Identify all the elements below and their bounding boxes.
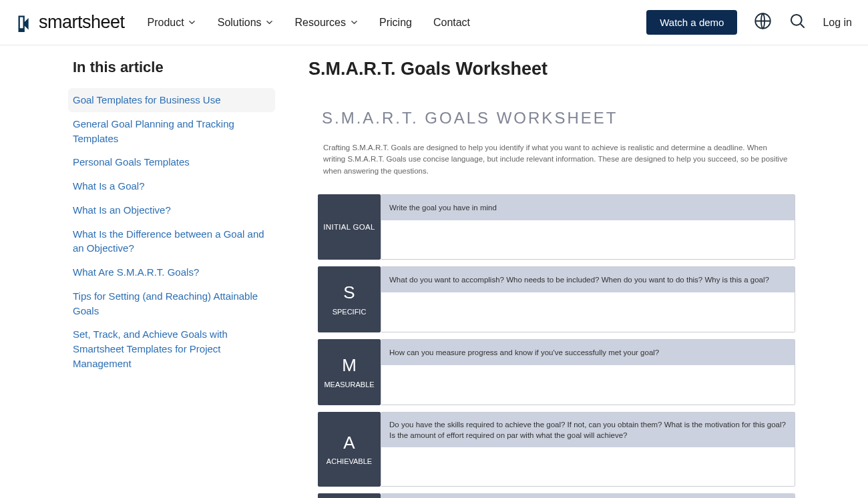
site-header: smartsheet Product Solutions Resources P… — [0, 0, 868, 45]
toc-item-personal-goals[interactable]: Personal Goals Templates — [68, 150, 275, 174]
worksheet-fields-relevant: Why am I setting this goal now? Is it al… — [381, 493, 795, 498]
worksheet-label-initial-text: INITIAL GOAL — [323, 222, 375, 232]
nav-product-label: Product — [148, 17, 184, 29]
toc-item-what-is-objective[interactable]: What Is an Objective? — [68, 198, 275, 222]
page-title: S.M.A.R.T. Goals Worksheet — [308, 59, 805, 79]
worksheet-row-achievable: A ACHIEVABLE Do you have the skills requ… — [318, 412, 795, 487]
login-link[interactable]: Log in — [823, 17, 852, 29]
worksheet-letter-a: A — [343, 433, 355, 453]
worksheet-label-measurable: M MEASURABLE — [318, 339, 381, 405]
svg-point-1 — [791, 15, 802, 25]
worksheet-input-initial[interactable] — [381, 220, 795, 259]
worksheet-prompt-relevant: Why am I setting this goal now? Is it al… — [381, 494, 795, 498]
worksheet-label-specific-text: SPECIFIC — [333, 308, 367, 316]
chevron-down-icon — [266, 19, 274, 27]
worksheet-fields-initial: Write the goal you have in mind — [381, 194, 795, 260]
nav-pricing[interactable]: Pricing — [379, 17, 412, 29]
worksheet-letter-s: S — [343, 283, 355, 302]
worksheet-input-measurable[interactable] — [381, 365, 795, 405]
worksheet-letter-m: M — [342, 356, 357, 375]
toc-list: Goal Templates for Business Use General … — [68, 88, 275, 376]
toc-item-set-track[interactable]: Set, Track, and Achieve Goals with Smart… — [68, 322, 275, 375]
toc-item-general-planning[interactable]: General Goal Planning and Tracking Templ… — [68, 112, 275, 151]
worksheet-label-achievable-text: ACHIEVABLE — [327, 457, 372, 465]
language-button[interactable] — [753, 13, 772, 32]
globe-icon — [754, 12, 772, 33]
worksheet-intro: Crafting S.M.A.R.T. Goals are designed t… — [318, 142, 795, 177]
toc-item-smart-goals[interactable]: What Are S.M.A.R.T. Goals? — [68, 260, 275, 284]
worksheet-label-specific: S SPECIFIC — [318, 266, 381, 332]
worksheet-prompt-achievable: Do you have the skills required to achie… — [381, 413, 795, 447]
worksheet-label-achievable: A ACHIEVABLE — [318, 412, 381, 487]
nav-product[interactable]: Product — [148, 17, 196, 29]
worksheet-input-specific[interactable] — [381, 292, 795, 332]
nav-contact-label: Contact — [433, 17, 470, 29]
worksheet-row-initial: INITIAL GOAL Write the goal you have in … — [318, 194, 795, 260]
toc-item-business-use[interactable]: Goal Templates for Business Use — [68, 88, 275, 112]
primary-nav: Product Solutions Resources Pricing Cont… — [148, 17, 471, 29]
worksheet-input-achievable[interactable] — [381, 447, 795, 486]
watch-demo-button[interactable]: Watch a demo — [646, 10, 737, 35]
toc-item-tips[interactable]: Tips for Setting (and Reaching) Attainab… — [68, 284, 275, 323]
toc-item-what-is-goal[interactable]: What Is a Goal? — [68, 174, 275, 198]
worksheet-prompt-initial: Write the goal you have in mind — [381, 195, 795, 220]
nav-resources-label: Resources — [295, 17, 346, 29]
worksheet-heading: S.M.A.R.T. GOALS WORKSHEET — [318, 109, 795, 128]
smart-goals-worksheet: S.M.A.R.T. GOALS WORKSHEET Crafting S.M.… — [308, 99, 805, 498]
logo-mark-icon — [16, 13, 35, 32]
nav-solutions[interactable]: Solutions — [218, 17, 274, 29]
toc-title: In this article — [68, 59, 275, 76]
nav-resources[interactable]: Resources — [295, 17, 358, 29]
nav-contact[interactable]: Contact — [433, 17, 470, 29]
header-actions: Watch a demo Log in — [646, 10, 852, 35]
search-button[interactable] — [788, 13, 807, 32]
worksheet-prompt-specific: What do you want to accomplish? Who need… — [381, 267, 795, 292]
nav-pricing-label: Pricing — [379, 17, 412, 29]
chevron-down-icon — [188, 19, 196, 27]
logo-text: smartsheet — [39, 12, 125, 33]
worksheet-label-initial: INITIAL GOAL — [318, 194, 381, 260]
worksheet-fields-achievable: Do you have the skills required to achie… — [381, 412, 795, 487]
worksheet-fields-measurable: How can you measure progress and know if… — [381, 339, 795, 405]
worksheet-label-relevant: R — [318, 493, 381, 498]
brand-logo[interactable]: smartsheet — [16, 12, 125, 33]
worksheet-fields-specific: What do you want to accomplish? Who need… — [381, 266, 795, 332]
nav-solutions-label: Solutions — [218, 17, 262, 29]
toc-item-difference[interactable]: What Is the Difference between a Goal an… — [68, 222, 275, 261]
article-content: S.M.A.R.T. Goals Worksheet S.M.A.R.T. GO… — [308, 59, 805, 498]
worksheet-row-measurable: M MEASURABLE How can you measure progres… — [318, 339, 795, 405]
worksheet-label-measurable-text: MEASURABLE — [324, 381, 374, 389]
worksheet-row-relevant: R Why am I setting this goal now? Is it … — [318, 493, 795, 498]
article-toc-sidebar: In this article Goal Templates for Busin… — [68, 59, 275, 498]
worksheet-row-specific: S SPECIFIC What do you want to accomplis… — [318, 266, 795, 332]
worksheet-prompt-measurable: How can you measure progress and know if… — [381, 340, 795, 365]
chevron-down-icon — [350, 19, 358, 27]
search-icon — [789, 12, 807, 33]
